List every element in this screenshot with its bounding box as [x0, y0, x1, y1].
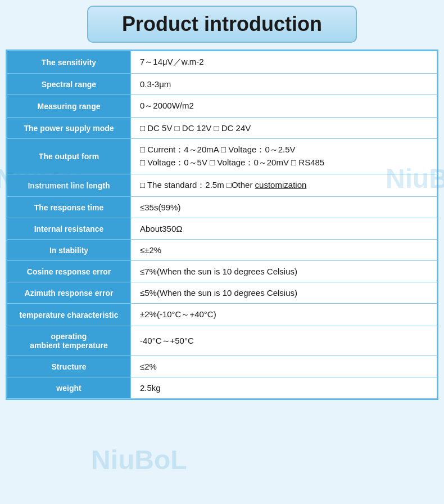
row-value: ≤2%: [131, 356, 437, 377]
row-label: The power supply mode: [7, 118, 131, 139]
row-value: ±2%(-10°C～+40°C): [131, 304, 437, 326]
row-label: weight: [7, 377, 131, 399]
page-title: Product introduction: [87, 6, 357, 43]
row-label: The response time: [7, 197, 131, 218]
row-label: Structure: [7, 356, 131, 377]
watermark-bottom: NiuBoL: [91, 444, 187, 475]
row-value: About350Ω: [131, 218, 437, 240]
table-row: The power supply mode□ DC 5V □ DC 12V □ …: [7, 118, 437, 139]
row-value: ≤7%(When the sun is 10 degrees Celsius): [131, 261, 437, 282]
row-value: 7～14μV／w.m-2: [131, 51, 437, 74]
row-label: temperature characteristic: [7, 304, 131, 326]
row-label: The output form: [7, 139, 131, 174]
table-row: Azimuth response error≤5%(When the sun i…: [7, 282, 437, 304]
row-label: operating ambient temperature: [7, 326, 131, 356]
row-value: □ The standard：2.5m □Other customization: [131, 174, 437, 197]
table-row: operating ambient temperature-40°C～+50°C: [7, 326, 437, 356]
row-label: Measuring range: [7, 95, 131, 118]
row-value: ≤5%(When the sun is 10 degrees Celsius): [131, 282, 437, 304]
table-row: Structure≤2%: [7, 356, 437, 377]
row-label: Instrument line length: [7, 174, 131, 197]
row-value: -40°C～+50°C: [131, 326, 437, 356]
table-row: The sensitivity7～14μV／w.m-2: [7, 51, 437, 74]
row-value: 2.5kg: [131, 377, 437, 399]
table-row: Instrument line length□ The standard：2.5…: [7, 174, 437, 197]
row-label: The sensitivity: [7, 51, 131, 74]
table-row: The output form□ Current：4～20mA □ Voltag…: [7, 139, 437, 174]
product-table: The sensitivity7～14μV／w.m-2Spectral rang…: [7, 51, 437, 399]
row-value: □ Current：4～20mA □ Voltage：0～2.5V□ Volta…: [131, 139, 437, 174]
table-row: temperature characteristic±2%(-10°C～+40°…: [7, 304, 437, 326]
table-row: In stability≤±2%: [7, 240, 437, 261]
row-value: ≤±2%: [131, 240, 437, 261]
row-value: □ DC 5V □ DC 12V □ DC 24V: [131, 118, 437, 139]
row-label: Internal resistance: [7, 218, 131, 240]
table-row: Internal resistanceAbout350Ω: [7, 218, 437, 240]
row-value: 0.3-3μm: [131, 74, 437, 95]
table-row: Measuring range0～2000W/m2: [7, 95, 437, 118]
table-row: Spectral range0.3-3μm: [7, 74, 437, 95]
table-row: Cosine response error≤7%(When the sun is…: [7, 261, 437, 282]
row-value: ≤35s(99%): [131, 197, 437, 218]
row-label: Cosine response error: [7, 261, 131, 282]
row-label: In stability: [7, 240, 131, 261]
table-row: weight2.5kg: [7, 377, 437, 399]
table-row: The response time≤35s(99%): [7, 197, 437, 218]
row-label: Spectral range: [7, 74, 131, 95]
row-label: Azimuth response error: [7, 282, 131, 304]
row-value: 0～2000W/m2: [131, 95, 437, 118]
